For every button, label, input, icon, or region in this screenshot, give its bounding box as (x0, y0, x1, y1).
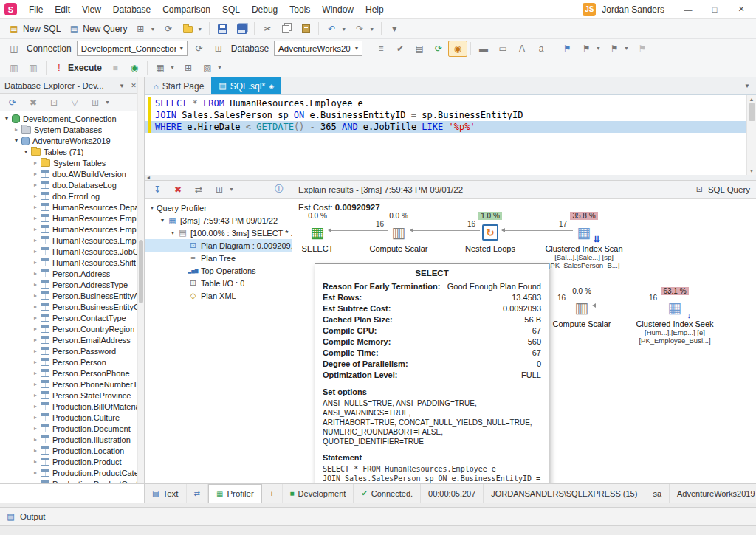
next-window-button[interactable]: ▥ (24, 60, 43, 76)
profiler-session[interactable]: ▾▦[3ms] 7:59:43 PM 09/01/22 (145, 214, 292, 227)
connection-combo[interactable]: Development_Connection▾ (77, 41, 188, 56)
toggle-bookmark-button[interactable]: ⚑ (557, 41, 577, 57)
format-sql-button[interactable]: ≡ (371, 41, 391, 57)
tree-arrow-icon[interactable]: ▸ (12, 126, 21, 133)
new-sql-button[interactable]: ▤New SQL (4, 21, 64, 37)
editor-results-splitter[interactable]: ◂ (145, 175, 756, 181)
profiler-options-button[interactable]: ⊞▼ (210, 182, 238, 198)
disconnect-button[interactable]: ✖ (24, 94, 43, 111)
tree-item[interactable]: ▸Person.Password (0, 345, 144, 356)
tree-item[interactable]: ▸Production.Illustration (0, 434, 144, 445)
document-outline-button[interactable]: ⊞ (209, 41, 228, 57)
code-line[interactable]: WHERE e.HireDate < GETDATE() - 365 AND e… (145, 121, 756, 133)
add-results-tab-button[interactable]: + (262, 484, 283, 503)
tab-sql-document[interactable]: ▤ SQL.sql* ◈ (211, 77, 281, 94)
menu-item-edit[interactable]: Edit (49, 1, 76, 18)
clear-bookmarks-button[interactable]: ⚑ (633, 41, 652, 57)
plan-node-compute-scalar-2[interactable]: 0.0 %▥Compute Scalar (537, 287, 626, 328)
tree-arrow-icon[interactable]: ▸ (31, 193, 40, 199)
tree-arrow-icon[interactable]: ▸ (31, 303, 40, 310)
paste-button[interactable] (296, 21, 315, 37)
tree-arrow-icon[interactable]: ▸ (31, 359, 40, 365)
tree-arrow-icon[interactable]: ▸ (31, 436, 40, 443)
tree-arrow-icon[interactable]: ▸ (31, 270, 40, 277)
output-panel-bar[interactable]: ▤ Output (0, 507, 756, 526)
tree-item[interactable]: ▸System Databases (0, 124, 144, 135)
plan-diagram-canvas[interactable]: Est Cost: 0.00920927 16161716160.0 %▦SEL… (292, 199, 756, 483)
tree-arrow-icon[interactable]: ▸ (31, 370, 40, 376)
menu-item-database[interactable]: Database (107, 1, 157, 18)
uncomment-button[interactable]: ▭ (493, 41, 512, 57)
tree-arrow-icon[interactable]: ▸ (31, 314, 40, 321)
tree-item[interactable]: ▸dbo.ErrorLog (0, 190, 144, 201)
tree-item[interactable]: ▸Production.ProductCategory (0, 467, 144, 478)
toggle-results-button[interactable]: ⊞ (179, 60, 198, 76)
menu-item-view[interactable]: View (76, 1, 107, 18)
close-button[interactable]: ✕ (731, 2, 752, 16)
stop-button[interactable]: ■ (106, 60, 125, 76)
tree-arrow-icon[interactable]: ▸ (31, 226, 40, 232)
tree-item[interactable]: ▾AdventureWorks2019 (0, 135, 144, 146)
tree-item[interactable]: ▾Tables (71) (0, 146, 144, 157)
editor-scrollbar[interactable]: ▲ ▼ (746, 95, 756, 175)
refresh-schema-button[interactable]: ⟳ (429, 41, 448, 57)
tree-item[interactable]: ▸HumanResources.Shift (0, 257, 144, 268)
tree-item[interactable]: ▸Person.EmailAddress (0, 334, 144, 345)
plan-tree-item[interactable]: ≡Plan Tree (145, 252, 292, 264)
scroll-down-icon[interactable]: ▼ (749, 168, 755, 173)
copy-button[interactable] (277, 21, 296, 37)
plan-node-clustered-index-scan[interactable]: 35.8 %▦⇊Clustered Index Scan[Sal...].[Sa… (540, 212, 628, 269)
tree-arrow-icon[interactable]: ▸ (31, 237, 40, 244)
tab-pin-icon[interactable]: ◈ (269, 83, 274, 90)
splitter-collapse-icon[interactable]: ◂ (147, 174, 150, 181)
tree-arrow-icon[interactable]: ▸ (31, 392, 40, 398)
tree-item[interactable]: ▸Person.BusinessEntityAddress (0, 290, 144, 301)
tree-arrow-icon[interactable]: ▸ (31, 469, 40, 476)
tree-item[interactable]: ▸Production.ProductCostHistory (0, 478, 144, 483)
profiler-query[interactable]: ▾▤[100.00% : 3ms] SELECT * ... (145, 227, 292, 239)
menu-item-comparison[interactable]: Comparison (157, 1, 216, 18)
lowercase-button[interactable]: a (532, 41, 551, 57)
tree-arrow-icon[interactable]: ▾ (12, 137, 21, 144)
snippets-button[interactable]: ▤ (410, 41, 429, 57)
tab-list-dropdown-icon[interactable]: ▼ (738, 83, 756, 89)
top-operations-item[interactable]: ▂▅▇Top Operations (145, 264, 292, 277)
tree-item[interactable]: ▸Person.CountryRegion (0, 323, 144, 334)
results-tab-text[interactable]: ▤Text (145, 484, 187, 503)
new-query-button[interactable]: ▤New Query (64, 21, 131, 37)
minimize-button[interactable]: — (678, 3, 698, 16)
refresh-document-button[interactable]: ⟳ (159, 21, 178, 37)
tree-arrow-icon[interactable]: ▸ (31, 182, 40, 188)
menu-item-debug[interactable]: Debug (246, 1, 284, 18)
prev-bookmark-button[interactable]: ⚑▼ (577, 41, 605, 57)
toolbar-overflow-button[interactable]: ▾ (385, 21, 404, 37)
save-profiling-results-button[interactable]: ↧ (148, 182, 167, 198)
undo-button[interactable]: ↶▼ (322, 21, 350, 37)
tree-arrow-icon[interactable]: ▸ (31, 248, 40, 255)
tree-item[interactable]: ▸HumanResources.JobCandidate (0, 246, 144, 257)
tree-arrow-icon[interactable]: ▸ (31, 215, 40, 221)
tab-start-page[interactable]: ⌂ Start Page (146, 77, 211, 94)
tree-item[interactable]: ▸HumanResources.Department (0, 201, 144, 213)
manage-connections-button[interactable]: ⟳ (190, 41, 209, 57)
tree-item[interactable]: ▸Person.Person (0, 356, 144, 367)
delete-session-button[interactable]: ✖ (168, 182, 188, 198)
tree-item[interactable]: ▸Production.BillOfMaterials (0, 401, 144, 412)
tree-arrow-icon[interactable]: ▾ (21, 148, 30, 155)
tree-item[interactable]: ▸Person.AddressType (0, 279, 144, 290)
tree-item[interactable]: ▸Person.PhoneNumberType (0, 379, 144, 390)
info-icon[interactable]: ⓘ (269, 182, 289, 198)
tree-arrow-icon[interactable]: ▸ (31, 458, 40, 465)
cut-button[interactable]: ✂ (258, 21, 277, 37)
explorer-options-button[interactable]: ⊞▼ (86, 94, 114, 111)
tree-arrow-icon[interactable]: ▸ (31, 170, 40, 177)
plan-node-select[interactable]: 0.0 %▦SELECT (292, 212, 362, 253)
tree-item[interactable]: ▸Person.BusinessEntityContact (0, 301, 144, 312)
code-line[interactable]: SELECT * FROM HumanResources.Employee e (145, 97, 756, 109)
sql-editor[interactable]: SELECT * FROM HumanResources.Employee eJ… (145, 95, 756, 175)
filter-button[interactable]: ▽ (65, 94, 84, 111)
comment-button[interactable]: ▬ (474, 41, 493, 57)
save-button[interactable] (213, 21, 232, 37)
menu-item-tools[interactable]: Tools (284, 1, 316, 18)
validate-button[interactable]: ✔ (391, 41, 410, 57)
